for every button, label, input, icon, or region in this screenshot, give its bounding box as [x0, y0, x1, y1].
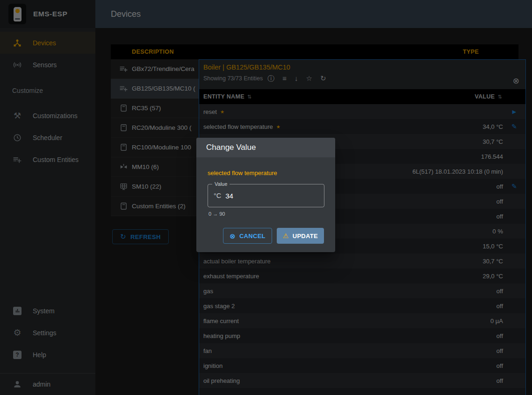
update-button[interactable]: ⚠ UPDATE	[277, 228, 324, 244]
value-field: Value °C	[208, 184, 324, 207]
dialog-title: Change Value	[196, 138, 335, 157]
change-value-dialog: Change Value selected flow temperature V…	[196, 138, 335, 252]
dialog-entity-name: selected flow temperature	[208, 169, 324, 176]
app-screen: EMS-ESP Devices Sensors Customize ⚒ Cust…	[0, 0, 532, 395]
warning-icon: ⚠	[283, 233, 289, 239]
cancel-icon: ⊗	[230, 233, 236, 240]
unit-adornment: °C	[214, 192, 221, 199]
value-input[interactable]	[225, 192, 318, 200]
dialog-actions: ⊗ CANCEL ⚠ UPDATE	[208, 228, 324, 244]
cancel-button[interactable]: ⊗ CANCEL	[223, 228, 272, 244]
dialog-body: selected flow temperature Value °C 0 → 9…	[196, 157, 335, 252]
value-field-label: Value	[212, 181, 230, 187]
value-range-helper: 0 → 90	[208, 211, 324, 217]
